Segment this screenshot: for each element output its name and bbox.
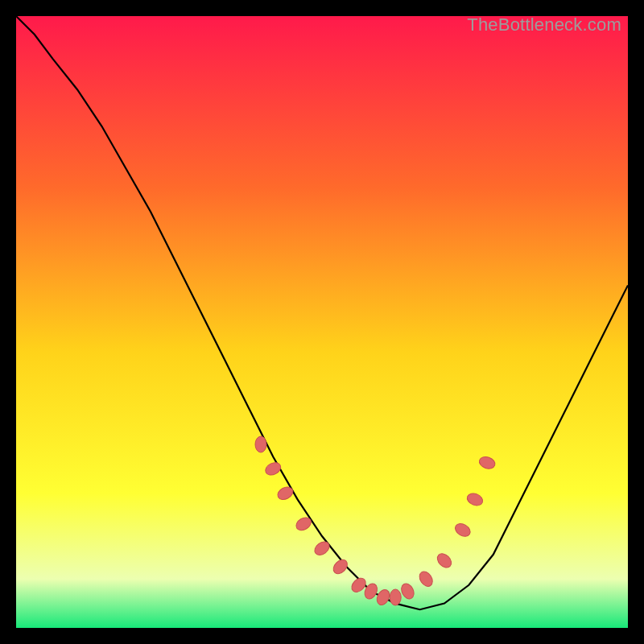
- watermark-text: TheBottleneck.com: [467, 14, 621, 35]
- chart-frame: TheBottleneck.com: [16, 16, 628, 628]
- marker-dot: [255, 436, 266, 452]
- marker-dot: [390, 589, 401, 605]
- bottleneck-plot: [16, 16, 628, 628]
